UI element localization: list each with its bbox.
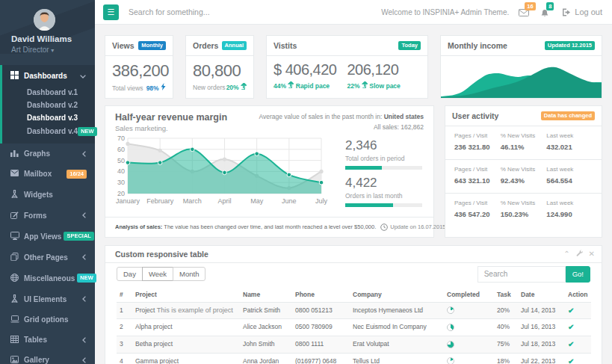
user-activity-panel: User activity Data has changed Pages / V… — [445, 105, 602, 238]
sidebar-item-graphs[interactable]: Graphs — [0, 144, 95, 164]
revenue-title: Half-year revenue margin — [115, 112, 227, 123]
avatar[interactable] — [34, 9, 55, 31]
sidebar-subitem-dashboard-v-3[interactable]: Dashboard v.3 — [2, 111, 95, 124]
range-button-group: DayWeekMonth — [117, 267, 205, 281]
sidebar-item-mailbox[interactable]: Mailbox16/24 — [0, 164, 95, 185]
analysis-text: Analysis of sales: The value has been ch… — [115, 223, 376, 231]
flask-icon — [10, 294, 24, 304]
sidebar-item-grid-options[interactable]: Grid options — [0, 309, 95, 330]
sidebar-subitem-dashboard-v-1[interactable]: Dashboard v.1 — [2, 86, 95, 99]
chevron-down-icon — [80, 71, 86, 80]
badge: 16/24 — [67, 170, 87, 179]
update-text: Update on 16.07.2015 — [380, 223, 445, 231]
activity-title: User activity — [452, 111, 498, 120]
flask-icon — [10, 190, 24, 200]
revenue-stat: 4,422 Orders in last month — [345, 176, 422, 207]
card-value: 80,800 — [193, 61, 247, 80]
welcome-text: Welcome to INSPINIA+ Admin Theme. — [381, 8, 509, 16]
check-icon[interactable]: ✔ — [568, 306, 574, 315]
column-header-project[interactable]: Project — [132, 288, 240, 303]
column-header-action[interactable]: Action — [565, 288, 591, 303]
close-icon[interactable]: ✕ — [589, 250, 595, 258]
table-row[interactable]: 1 Project This is example of project Pat… — [117, 302, 591, 319]
sidebar-subitem-dashboard-v-2[interactable]: Dashboard v.2 — [2, 99, 95, 111]
revenue-summary: Average value of sales in the past month… — [259, 112, 424, 132]
column-header-name[interactable]: Name — [240, 288, 292, 303]
activity-row: Pages / Visit643 321.10% New Visits92.43… — [445, 160, 602, 194]
menu-toggle-button[interactable]: ☰ — [103, 4, 119, 20]
notifications-icon[interactable]: 8 — [540, 7, 552, 17]
sidebar-nav: DashboardsDashboard v.1Dashboard v.2Dash… — [0, 65, 95, 364]
sidebar-subitem-dashboard-v-4[interactable]: Dashboard v.4NEW — [2, 124, 95, 138]
table-panel: Custom responsive table ⌃ ✕ DayWeekMonth… — [105, 245, 602, 364]
stat-card-orders: Orders Annual 80,800 New orders 20% — [185, 35, 254, 99]
card-value: 386,200 — [112, 61, 166, 80]
table-icon — [10, 336, 24, 345]
bolt-icon — [161, 84, 166, 92]
activity-row: Pages / Visit436 547.20% New Visits150.2… — [445, 194, 602, 226]
column-header-task[interactable]: Task — [494, 288, 518, 303]
svg-text:May: May — [250, 197, 264, 205]
sidebar-item-dashboards[interactable]: DashboardsDashboard v.1Dashboard v.2Dash… — [0, 65, 95, 144]
collapse-icon[interactable]: ⌃ — [563, 250, 569, 258]
column-header-completed[interactable]: Completed — [444, 288, 494, 303]
table-title: Custom responsive table — [115, 250, 208, 259]
svg-text:70: 70 — [117, 135, 125, 142]
column-header-date[interactable]: Date — [518, 288, 565, 303]
monthly-income-chart — [441, 57, 602, 98]
activity-badge: Data has changed — [541, 111, 595, 120]
table-search-input[interactable] — [477, 266, 566, 283]
revenue-chart: 203040506070JanuaryFebruaryMarchAprilMay… — [115, 135, 333, 206]
search-input[interactable] — [129, 7, 381, 16]
table-row[interactable]: 4 Gamma project Anna Jordan (016977) 064… — [117, 353, 591, 364]
sidebar-item-tables[interactable]: Tables — [0, 330, 95, 350]
svg-text:January: January — [116, 197, 140, 205]
chevron-left-icon — [82, 294, 86, 303]
completed-pie-icon — [447, 341, 454, 348]
messages-icon[interactable]: 16 — [519, 7, 531, 17]
stat-card-views: Views Monthly 386,200 Total views 98% — [105, 35, 173, 99]
notifications-count-badge: 8 — [546, 2, 554, 10]
level-up-icon — [288, 82, 294, 90]
check-icon[interactable]: ✔ — [568, 323, 574, 331]
svg-text:February: February — [146, 197, 174, 205]
svg-text:July: July — [315, 197, 328, 205]
stat-card-monthly-income: Monthly income Updated 12.2015 — [440, 35, 602, 99]
settings-icon[interactable] — [576, 250, 583, 258]
sidebar-item-widgets[interactable]: Widgets — [0, 184, 95, 205]
logout-button[interactable]: Log out — [562, 7, 602, 16]
revenue-stat: 2,346 Total orders in period — [345, 139, 422, 170]
check-icon[interactable]: ✔ — [568, 357, 574, 364]
user-profile: David Williams Art Director ▾ — [0, 0, 95, 54]
card-value: $ 406,420 — [273, 61, 347, 78]
svg-text:60: 60 — [117, 146, 125, 153]
sidebar-item-app-views[interactable]: App ViewsSPECIAL — [0, 226, 95, 247]
completed-pie-icon — [447, 357, 454, 364]
column-header-num[interactable]: # — [117, 288, 132, 303]
sidebar-item-miscellaneous[interactable]: MiscellaneousNEW — [0, 268, 95, 289]
image-icon — [10, 356, 24, 364]
sidebar-item-forms[interactable]: Forms — [0, 205, 95, 226]
card-badge: Today — [398, 41, 421, 50]
globe-icon — [10, 274, 24, 283]
sidebar-item-other-pages[interactable]: Other Pages — [0, 247, 95, 268]
user-role[interactable]: Art Director ▾ — [0, 46, 95, 54]
sidebar-item-gallery[interactable]: Gallery — [0, 350, 95, 364]
svg-text:50: 50 — [117, 157, 125, 164]
go-button[interactable]: Go! — [566, 266, 590, 283]
column-header-company[interactable]: Company — [350, 288, 444, 303]
table-row[interactable]: 3 Betha project John Smith 0800 1111 Era… — [117, 336, 591, 354]
table-row[interactable]: 2 Alpha project Alice Jackson 0500 78090… — [117, 319, 591, 336]
range-button-day[interactable]: Day — [117, 267, 143, 281]
column-header-phone[interactable]: Phone — [292, 288, 350, 303]
svg-text:20: 20 — [117, 190, 125, 197]
range-button-month[interactable]: Month — [173, 267, 205, 281]
activity-row: Pages / Visit236 321.80% New Visits46.11… — [445, 126, 602, 160]
card-badge: Monthly — [138, 41, 166, 50]
range-button-week[interactable]: Week — [142, 267, 173, 281]
card-stat: 98% — [146, 83, 166, 92]
check-icon[interactable]: ✔ — [568, 340, 574, 348]
svg-text:March: March — [183, 197, 202, 205]
card-value: 206,120 — [347, 61, 421, 78]
sidebar-item-ui-elements[interactable]: UI Elements — [0, 289, 95, 309]
